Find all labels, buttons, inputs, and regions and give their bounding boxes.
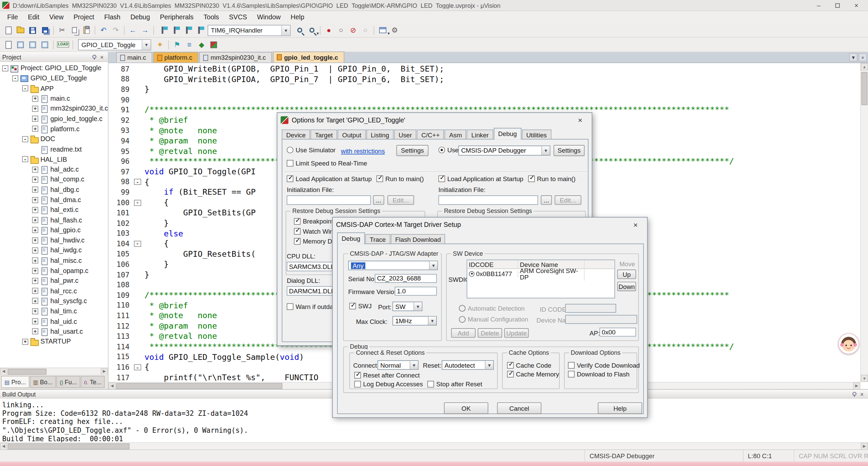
maximize-icon[interactable] xyxy=(828,0,847,10)
scroll-left-icon[interactable] xyxy=(0,443,7,450)
scroll-right-icon[interactable] xyxy=(853,382,860,389)
firmware-version-value[interactable]: 1.0 xyxy=(395,287,437,295)
scrollbar-thumb[interactable] xyxy=(8,368,46,374)
move-down-button[interactable]: Down xyxy=(617,282,636,291)
verify-code-download-checkbox[interactable]: Verify Code Download xyxy=(568,362,640,369)
menu-item[interactable]: SVCS xyxy=(224,11,252,23)
chevron-down-icon[interactable] xyxy=(429,261,437,269)
tree-expander-icon[interactable]: + xyxy=(32,318,38,325)
menu-item[interactable]: Window xyxy=(252,11,286,23)
fold-marker-icon[interactable] xyxy=(134,323,141,329)
dialog-title-bar[interactable]: Options for Target 'GPIO_LED_Toggle' × xyxy=(277,113,592,127)
tree-item[interactable]: + hal_iwdg.c xyxy=(0,246,108,256)
title-bar[interactable]: D:\down\LibSamples_MM32SPIN0230_V1.4.6\L… xyxy=(0,0,868,11)
editor-tab[interactable]: mm32spin0230_it.c xyxy=(199,52,272,62)
paste-icon[interactable] xyxy=(80,24,93,36)
adapter-unit-select[interactable]: Any xyxy=(348,261,438,270)
use-simulator-radio[interactable]: Use Simulator xyxy=(287,147,335,153)
tree-expander-icon[interactable]: + xyxy=(32,96,38,102)
dialog-tab[interactable]: C/C++ xyxy=(417,130,444,139)
fold-marker-icon[interactable] xyxy=(134,66,141,72)
tree-item[interactable]: + mm32spin0230_it.c xyxy=(0,103,108,114)
editor-vertical-scrollbar[interactable] xyxy=(860,63,868,382)
chevron-down-icon[interactable] xyxy=(485,361,493,369)
tree-item[interactable]: + hal_gpio.c xyxy=(0,225,108,235)
load-app-checkbox[interactable]: Load Application at Startup xyxy=(439,175,523,182)
save-icon[interactable] xyxy=(26,24,39,36)
tree-item[interactable]: + hal_flash.c xyxy=(0,215,108,225)
tree-expander-icon[interactable]: + xyxy=(32,268,38,274)
move-up-button[interactable]: Up xyxy=(617,270,636,279)
file-extensions-icon[interactable]: ⚑ xyxy=(171,38,183,51)
code-line[interactable]: 88 GPIO_WriteBit(GPIOA, GPIO_Pin_7 | GPI… xyxy=(109,74,860,84)
editor-tab[interactable]: gpio_led_toggle.c xyxy=(273,52,344,63)
manual-configuration-radio[interactable]: Manual Configuration xyxy=(459,316,528,323)
close-icon[interactable]: × xyxy=(859,53,867,61)
menu-item[interactable]: File xyxy=(2,11,23,23)
undo-icon[interactable]: ↶ xyxy=(97,24,110,36)
dialog-tab[interactable]: Debug xyxy=(494,128,521,139)
debugger-settings-button[interactable]: Settings xyxy=(554,145,584,156)
scrollbar-thumb[interactable] xyxy=(8,443,130,449)
dialog-tab[interactable]: User xyxy=(394,130,417,139)
toolbar-icon[interactable] xyxy=(51,38,56,51)
rebuild-icon[interactable] xyxy=(26,38,39,51)
chevron-down-icon[interactable] xyxy=(142,40,151,50)
scrollbar-thumb[interactable] xyxy=(861,72,867,105)
tree-item[interactable]: + hal_tim.c xyxy=(0,306,108,316)
toolbar-icon[interactable] xyxy=(70,38,75,51)
breakpoint-disable-all-icon[interactable]: ○ xyxy=(359,24,371,36)
swj-checkbox[interactable]: SWJ xyxy=(349,303,372,310)
project-horizontal-scrollbar[interactable] xyxy=(0,368,108,375)
toolbar-icon[interactable] xyxy=(371,24,377,36)
download-icon[interactable]: LOAD xyxy=(56,38,70,51)
tree-item[interactable]: - GPIO_LED_Toggle xyxy=(0,73,108,83)
run-to-main-checkbox[interactable]: Run to main() xyxy=(377,175,424,182)
cut-icon[interactable]: ✂ xyxy=(56,24,68,36)
tree-expander-icon[interactable]: + xyxy=(32,298,38,304)
tree-item[interactable]: + hal_exti.c xyxy=(0,205,108,215)
fold-marker-icon[interactable] xyxy=(134,128,141,134)
fold-marker-icon[interactable] xyxy=(134,354,141,360)
fold-marker-icon[interactable] xyxy=(134,313,141,319)
tree-expander-icon[interactable]: + xyxy=(32,126,38,132)
delete-button[interactable]: Delete xyxy=(478,328,502,338)
scroll-right-icon[interactable] xyxy=(861,443,868,450)
ap-input[interactable]: 0x00 xyxy=(599,328,636,336)
memory-window-icon[interactable] xyxy=(377,24,389,36)
tree-expander-icon[interactable]: + xyxy=(32,217,38,223)
tree-item[interactable]: + hal_uid.c xyxy=(0,316,108,327)
fold-marker-icon[interactable] xyxy=(134,282,141,288)
copy-icon[interactable] xyxy=(68,24,80,36)
browse-button[interactable]: ... xyxy=(373,195,384,205)
reset-after-connect-checkbox[interactable]: Reset after Connect xyxy=(354,372,420,379)
breakpoint-insert-icon[interactable]: ● xyxy=(323,24,335,36)
fold-marker-icon[interactable] xyxy=(134,97,141,103)
tree-item[interactable]: - Project: GPIO_LED_Toggle xyxy=(0,63,108,73)
fold-marker-icon[interactable]: - xyxy=(134,364,141,370)
fold-marker-icon[interactable] xyxy=(134,261,141,267)
tree-item[interactable]: + STARTUP xyxy=(0,336,108,347)
find-in-files-icon[interactable] xyxy=(293,24,306,36)
tree-expander-icon[interactable]: - xyxy=(12,75,18,81)
fold-marker-icon[interactable] xyxy=(134,169,141,175)
editor-tab[interactable]: main.c xyxy=(116,52,152,62)
close-icon[interactable]: × xyxy=(847,0,866,10)
tree-expander-icon[interactable]: + xyxy=(32,247,38,253)
breakpoint-kill-icon[interactable]: ⊘ xyxy=(347,24,359,36)
tree-expander-icon[interactable]: + xyxy=(32,237,38,244)
assistant-avatar[interactable] xyxy=(838,333,859,354)
debugger-select[interactable]: CMSIS-DAP Debugger xyxy=(458,145,550,155)
tree-item[interactable]: readme.txt xyxy=(0,144,108,154)
panel-tab[interactable]: Fu... xyxy=(56,376,80,388)
close-icon[interactable]: × xyxy=(858,390,866,398)
tree-item[interactable]: + hal_dma.c xyxy=(0,195,108,205)
serial-no-value[interactable]: CZ_2023_6688 xyxy=(375,274,437,283)
port-select[interactable]: SW xyxy=(392,302,422,311)
tree-item[interactable]: + hal_syscfg.c xyxy=(0,296,108,306)
menu-item[interactable]: Peripherals xyxy=(155,11,198,23)
tree-item[interactable]: - HAL_LIB xyxy=(0,154,108,164)
fold-marker-icon[interactable] xyxy=(134,292,141,298)
browse-button[interactable]: ... xyxy=(541,195,552,205)
edit-button[interactable]: Edit... xyxy=(555,195,581,205)
